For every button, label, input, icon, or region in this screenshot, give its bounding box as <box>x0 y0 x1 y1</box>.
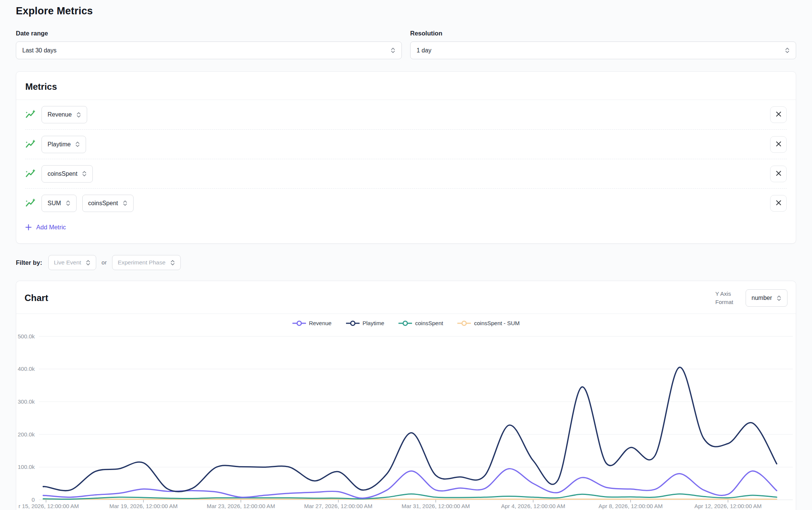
legend-marker-icon <box>346 320 360 326</box>
explore-metrics-page: Explore Metrics Date range Last 30 days … <box>0 5 812 510</box>
chevron-updown-icon <box>391 47 395 54</box>
chevron-updown-icon <box>777 295 781 301</box>
svg-text:200.0k: 200.0k <box>18 431 35 438</box>
y-axis-format-control: Y Axis Format number <box>715 289 787 307</box>
date-range-label: Date range <box>16 30 402 37</box>
metric-select[interactable]: Playtime <box>42 136 86 153</box>
filter-by-label: Filter by: <box>16 259 42 266</box>
close-icon <box>775 111 782 118</box>
svg-text:Mar 23, 2026, 12:00:00 AM: Mar 23, 2026, 12:00:00 AM <box>207 503 275 509</box>
metric-row: coinsSpent <box>25 159 787 188</box>
resolution-select[interactable]: 1 day <box>410 41 796 59</box>
metric-select[interactable]: coinsSpent <box>82 195 134 212</box>
chevron-updown-icon <box>123 200 128 206</box>
chevron-updown-icon <box>785 47 790 54</box>
chevron-updown-icon <box>75 141 80 147</box>
legend-marker-icon <box>398 320 412 326</box>
legend-item[interactable]: Playtime <box>346 320 384 326</box>
legend-item[interactable]: Revenue <box>292 320 332 326</box>
add-metric-label: Add Metric <box>36 224 66 231</box>
close-icon <box>775 200 782 207</box>
trend-sparkline-icon <box>25 198 36 209</box>
plus-icon <box>25 224 32 230</box>
legend-label: Revenue <box>309 320 332 326</box>
live-event-placeholder: Live Event <box>54 259 81 266</box>
legend-item[interactable]: coinsSpent - SUM <box>457 320 520 326</box>
remove-metric-button[interactable] <box>770 166 787 182</box>
y-axis-format-label: Y Axis Format <box>715 290 740 306</box>
legend-marker-icon <box>457 320 471 326</box>
resolution-control: Resolution 1 day <box>410 30 796 59</box>
svg-text:Apr 4, 2026, 12:00:00 AM: Apr 4, 2026, 12:00:00 AM <box>501 503 565 509</box>
legend-marker-icon <box>292 320 306 326</box>
legend-label: Playtime <box>363 320 384 326</box>
svg-text:300.0k: 300.0k <box>18 398 35 405</box>
filter-row: Filter by: Live Event or Experiment Phas… <box>16 255 796 270</box>
close-icon <box>775 141 782 148</box>
svg-text:Apr 12, 2026, 12:00:00 AM: Apr 12, 2026, 12:00:00 AM <box>694 503 761 509</box>
metric-select[interactable]: Revenue <box>42 106 87 123</box>
svg-text:r 15, 2026, 12:00:00 AM: r 15, 2026, 12:00:00 AM <box>18 503 79 509</box>
add-metric-row: Add Metric <box>16 218 796 243</box>
live-event-select[interactable]: Live Event <box>48 255 96 270</box>
chevron-updown-icon <box>76 112 81 118</box>
chart-plot[interactable]: 0100.0k200.0k300.0k400.0k500.0kr 15, 202… <box>16 329 796 510</box>
svg-text:100.0k: 100.0k <box>18 464 35 470</box>
experiment-phase-select[interactable]: Experiment Phase <box>112 255 181 270</box>
top-controls: Date range Last 30 days Resolution 1 day <box>16 30 796 59</box>
y-axis-format-select[interactable]: number <box>746 289 787 307</box>
metrics-card: Metrics RevenuePlaytimecoinsSpentSUMcoin… <box>16 71 796 244</box>
svg-text:Mar 31, 2026, 12:00:00 AM: Mar 31, 2026, 12:00:00 AM <box>401 503 470 509</box>
remove-metric-button[interactable] <box>770 136 787 153</box>
metric-row: SUMcoinsSpent <box>25 188 787 218</box>
chart-card-title: Chart <box>25 293 48 303</box>
chart-card: Chart Y Axis Format number RevenuePlayti… <box>16 281 796 510</box>
svg-text:500.0k: 500.0k <box>18 333 35 339</box>
legend-item[interactable]: coinsSpent <box>398 320 443 326</box>
trend-sparkline-icon <box>25 169 36 179</box>
resolution-label: Resolution <box>410 30 796 37</box>
filter-conjunction: or <box>102 259 107 266</box>
series-line-coinsspent <box>43 494 777 499</box>
legend-label: coinsSpent <box>415 320 443 326</box>
svg-text:0: 0 <box>32 496 35 503</box>
legend-label: coinsSpent - SUM <box>474 320 520 326</box>
chevron-updown-icon <box>170 260 175 266</box>
chart-body: RevenuePlaytimecoinsSpentcoinsSpent - SU… <box>16 320 796 510</box>
chevron-updown-icon <box>66 200 71 206</box>
resolution-value: 1 day <box>417 47 431 54</box>
date-range-value: Last 30 days <box>22 47 57 54</box>
svg-text:Apr 8, 2026, 12:00:00 AM: Apr 8, 2026, 12:00:00 AM <box>598 503 663 509</box>
trend-sparkline-icon <box>25 139 36 150</box>
metrics-card-header: Metrics <box>16 72 796 100</box>
metric-rows: RevenuePlaytimecoinsSpentSUMcoinsSpent <box>16 100 796 218</box>
metric-row: Revenue <box>25 100 787 129</box>
trend-sparkline-icon <box>25 109 36 120</box>
metrics-card-title: Metrics <box>25 81 787 92</box>
svg-text:Mar 19, 2026, 12:00:00 AM: Mar 19, 2026, 12:00:00 AM <box>109 503 178 509</box>
page-title: Explore Metrics <box>16 5 796 17</box>
close-icon <box>775 170 782 178</box>
svg-text:400.0k: 400.0k <box>18 366 35 372</box>
chevron-updown-icon <box>86 260 91 266</box>
metric-select[interactable]: SUM <box>42 195 77 212</box>
chart-legend: RevenuePlaytimecoinsSpentcoinsSpent - SU… <box>16 320 796 326</box>
chevron-updown-icon <box>82 171 87 177</box>
date-range-control: Date range Last 30 days <box>16 30 402 59</box>
remove-metric-button[interactable] <box>770 106 787 123</box>
remove-metric-button[interactable] <box>770 195 787 212</box>
date-range-select[interactable]: Last 30 days <box>16 41 402 59</box>
y-axis-format-value: number <box>752 295 772 301</box>
experiment-phase-placeholder: Experiment Phase <box>118 259 166 266</box>
svg-text:Mar 27, 2026, 12:00:00 AM: Mar 27, 2026, 12:00:00 AM <box>304 503 372 509</box>
add-metric-button[interactable]: Add Metric <box>25 224 66 231</box>
series-line-playtime <box>43 367 777 492</box>
metric-row: Playtime <box>25 129 787 159</box>
chart-card-header: Chart Y Axis Format number <box>16 281 796 314</box>
metric-select[interactable]: coinsSpent <box>42 165 93 183</box>
